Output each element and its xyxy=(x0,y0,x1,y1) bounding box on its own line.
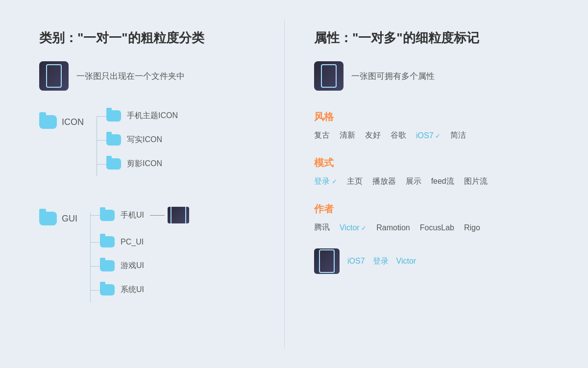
tag-friendly[interactable]: 友好 xyxy=(365,130,381,141)
gui-folder-label: GUI xyxy=(62,214,77,224)
gui-folder-group: GUI 手机UI PC_UI 游戏UI xyxy=(39,207,245,308)
tag-ios7[interactable]: iOS7 xyxy=(416,131,441,140)
mode-section: 模式 登录 主页 播放器 展示 feed流 图片流 xyxy=(314,156,539,187)
tag-tencent[interactable]: 腾讯 xyxy=(314,222,330,233)
gui-child-1-icon xyxy=(100,210,115,221)
gui-folder-icon xyxy=(39,212,57,225)
author-tags: 腾讯 Victor Ramotion FocusLab Rigo xyxy=(314,222,539,233)
left-title-main: 类别： xyxy=(39,30,77,45)
left-description: 一张图只出现在一个文件夹中 xyxy=(76,71,185,82)
tag-ramotion[interactable]: Ramotion xyxy=(376,223,410,232)
tag-display[interactable]: 展示 xyxy=(406,176,421,187)
icon-child-3-label: 剪影ICON xyxy=(127,159,162,169)
tag-fresh[interactable]: 清新 xyxy=(340,130,355,141)
icon-folder-icon xyxy=(39,115,57,129)
icon-child-2-label: 写实ICON xyxy=(127,135,162,145)
right-title-main: 属性： xyxy=(314,30,352,45)
icon-child-2: 写实ICON xyxy=(97,134,178,146)
gui-child-1-arrow xyxy=(150,207,189,223)
gui-child-2: PC_UI xyxy=(90,236,189,247)
left-panel: 类别："一对一"的粗粒度分类 一张图只出现在一个文件夹中 ICON 手机主题IC… xyxy=(0,20,284,348)
icon-tree-branch: 手机主题ICON 写实ICON 剪影ICON xyxy=(97,110,178,182)
gui-child-3-label: 游戏UI xyxy=(121,261,144,271)
gui-child-3-icon xyxy=(100,260,115,271)
right-image-row: 一张图可拥有多个属性 xyxy=(314,61,539,91)
tag-focuslab[interactable]: FocusLab xyxy=(420,223,454,232)
gui-child-2-icon xyxy=(100,236,115,247)
icon-child-3: 剪影ICON xyxy=(97,158,178,170)
style-title: 风格 xyxy=(314,110,539,123)
right-title: 属性："一对多"的细粒度标记 xyxy=(314,29,539,47)
mode-title: 模式 xyxy=(314,156,539,170)
tag-player[interactable]: 播放器 xyxy=(372,176,396,187)
right-panel: 属性："一对多"的细粒度标记 一张图可拥有多个属性 风格 复古 清新 友好 谷歌… xyxy=(284,20,568,348)
mode-tags: 登录 主页 播放器 展示 feed流 图片流 xyxy=(314,176,539,187)
icon-child-1: 手机主题ICON xyxy=(97,110,178,122)
gui-child-4-label: 系统UI xyxy=(121,285,144,295)
style-section: 风格 复古 清新 友好 谷歌 iOS7 简洁 xyxy=(314,110,539,141)
dash-line xyxy=(150,215,165,216)
icon-child-1-icon xyxy=(106,110,121,122)
icon-folder-label: ICON xyxy=(62,117,84,127)
gui-child-4-icon xyxy=(100,284,115,295)
gui-child-1-image xyxy=(168,207,189,223)
left-phone-image xyxy=(39,61,69,91)
tag-victor[interactable]: Victor xyxy=(340,223,367,232)
author-title: 作者 xyxy=(314,202,539,216)
tag-google[interactable]: 谷歌 xyxy=(391,130,406,141)
right-phone-image xyxy=(314,61,343,91)
tag-feed[interactable]: feed流 xyxy=(431,176,454,187)
left-title-sub: "一对一"的粗粒度分类 xyxy=(77,30,204,45)
bottom-card: iOS7 登录 Victor xyxy=(314,248,539,274)
right-title-sub: "一对多"的细粒度标记 xyxy=(352,30,479,45)
gui-child-1-label: 手机UI xyxy=(121,210,144,221)
gui-child-1: 手机UI xyxy=(90,207,189,223)
bottom-tag-victor[interactable]: Victor xyxy=(396,257,416,266)
tag-rigo[interactable]: Rigo xyxy=(464,223,480,232)
gui-child-2-label: PC_UI xyxy=(121,238,144,246)
left-image-row: 一张图只出现在一个文件夹中 xyxy=(39,61,245,91)
author-section: 作者 腾讯 Victor Ramotion FocusLab Rigo xyxy=(314,202,539,233)
right-description: 一张图可拥有多个属性 xyxy=(351,71,435,82)
tag-retro[interactable]: 复古 xyxy=(314,130,330,141)
gui-tree-branch: 手机UI PC_UI 游戏UI 系统UI xyxy=(90,207,189,308)
tag-home[interactable]: 主页 xyxy=(347,176,363,187)
gui-child-4: 系统UI xyxy=(90,284,189,295)
bottom-tag-ios7[interactable]: iOS7 xyxy=(347,257,365,266)
tag-login[interactable]: 登录 xyxy=(314,176,337,187)
icon-folder-group: ICON 手机主题ICON 写实ICON 剪影ICON xyxy=(39,110,245,182)
icon-child-1-label: 手机主题ICON xyxy=(127,111,178,121)
tag-photo[interactable]: 图片流 xyxy=(464,176,488,187)
style-tags: 复古 清新 友好 谷歌 iOS7 简洁 xyxy=(314,130,539,141)
icon-child-3-icon xyxy=(106,158,121,170)
gui-child-3: 游戏UI xyxy=(90,260,189,271)
left-title: 类别："一对一"的粗粒度分类 xyxy=(39,29,245,47)
bottom-tag-login[interactable]: 登录 xyxy=(373,256,389,267)
bottom-card-tags: iOS7 登录 Victor xyxy=(347,256,416,267)
icon-child-2-icon xyxy=(106,134,121,146)
bottom-card-image xyxy=(314,248,340,274)
tag-simple[interactable]: 简洁 xyxy=(450,130,466,141)
